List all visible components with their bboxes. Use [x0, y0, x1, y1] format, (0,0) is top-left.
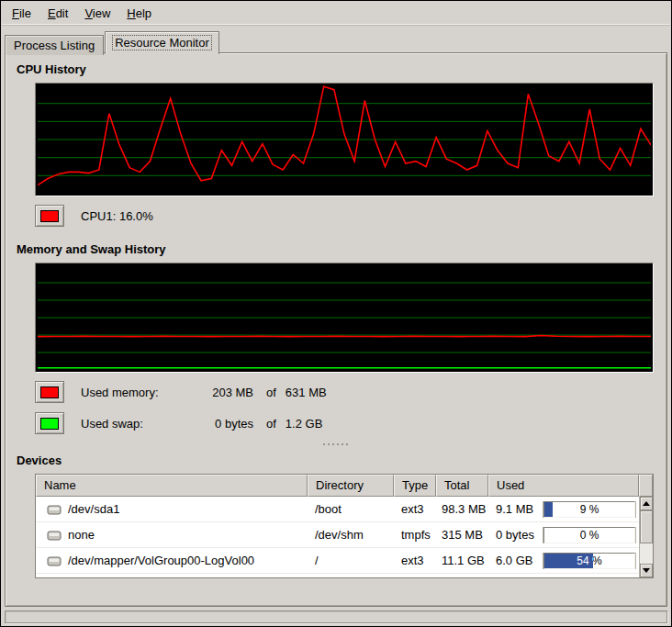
- devices-table: Name Directory Type Total Used /dev/sda1: [35, 474, 654, 578]
- memory-history-graph: [35, 263, 654, 373]
- column-header-total[interactable]: Total: [436, 475, 488, 497]
- memory-color-swatch: [40, 386, 59, 398]
- scrollbar-thumb[interactable]: [640, 510, 653, 543]
- device-total: 98.3 MB: [436, 502, 488, 516]
- drive-icon: [47, 555, 62, 566]
- memory-history-title: Memory and Swap History: [17, 242, 655, 261]
- swap-color-button[interactable]: [35, 412, 64, 434]
- scroll-up-button[interactable]: [640, 497, 653, 510]
- table-row[interactable]: /dev/mapper/VolGroup00-LogVol00 / ext3 1…: [36, 548, 639, 574]
- usage-percent-label: 0 %: [544, 528, 634, 543]
- cpu-legend: CPU1: 16.0%: [35, 204, 655, 228]
- device-directory: /: [308, 554, 394, 567]
- pane-resize-grip[interactable]: [322, 442, 350, 448]
- scrollbar-track[interactable]: [640, 510, 653, 564]
- column-header-used[interactable]: Used: [488, 475, 639, 497]
- tab-strip: Process Listing Resource Monitor: [2, 26, 670, 53]
- usage-progress-fill: 9 %: [544, 502, 553, 517]
- usage-progress-bar: 54 % 54 %: [543, 553, 635, 569]
- device-total: 315 MB: [436, 528, 488, 542]
- resource-monitor-panel: CPU History CPU1: 16.0% Memory and Swap …: [5, 52, 667, 607]
- device-used: 6.0 GB: [496, 554, 532, 567]
- scroll-down-button[interactable]: [640, 564, 653, 577]
- cpu1-color-button[interactable]: [35, 205, 64, 227]
- tab-resource-monitor[interactable]: Resource Monitor: [105, 31, 219, 54]
- swap-of-label: of: [266, 417, 276, 431]
- devices-table-header: Name Directory Type Total Used: [36, 475, 653, 497]
- usage-progress-bar: 9 % 9 %: [543, 501, 635, 518]
- device-name: none: [68, 528, 95, 542]
- tab-label: Resource Monitor: [113, 36, 211, 50]
- tab-label: Process Listing: [12, 39, 96, 52]
- device-type: tmpfs: [394, 528, 436, 542]
- app-window: File Edit View Help Process Listing Reso…: [0, 0, 672, 627]
- vertical-scrollbar[interactable]: [639, 497, 653, 577]
- status-bar: [5, 610, 667, 623]
- swap-color-swatch: [40, 418, 59, 430]
- device-directory: /dev/shm: [308, 528, 394, 542]
- memory-of-label: of: [266, 386, 276, 399]
- arrow-down-icon: [643, 568, 650, 573]
- menu-edit[interactable]: Edit: [39, 3, 76, 24]
- device-type: ext3: [394, 502, 436, 516]
- swap-legend-label: Used swap:: [81, 417, 195, 431]
- device-total: 11.1 GB: [436, 554, 488, 567]
- device-name: /dev/mapper/VolGroup00-LogVol00: [68, 554, 254, 567]
- device-used: 9.1 MB: [496, 502, 533, 516]
- menu-bar: File Edit View Help: [2, 2, 670, 26]
- memory-legend: Used memory: 203 MB of 631 MB: [35, 380, 655, 404]
- device-type: ext3: [394, 554, 436, 567]
- cpu-history-plot: [38, 85, 651, 194]
- column-header-name[interactable]: Name: [36, 475, 308, 497]
- devices-title: Devices: [17, 453, 655, 472]
- menu-help[interactable]: Help: [118, 3, 160, 24]
- usage-percent-label: 9 %: [544, 502, 634, 517]
- devices-table-body: /dev/sda1 /boot ext3 98.3 MB 9.1 MB 9 % …: [36, 497, 653, 577]
- memory-history-plot: [38, 265, 651, 370]
- cpu1-color-swatch: [40, 210, 59, 222]
- memory-used-value: 203 MB: [195, 386, 253, 399]
- cpu1-legend-label: CPU1: 16.0%: [81, 209, 153, 223]
- pane-divider: [17, 442, 655, 452]
- swap-total-value: 1.2 GB: [286, 417, 322, 431]
- cpu-history-title: CPU History: [17, 62, 655, 81]
- device-directory: /boot: [308, 502, 394, 516]
- swap-used-value: 0 bytes: [195, 417, 253, 431]
- cpu-history-graph: [35, 83, 654, 196]
- drive-icon: [47, 504, 62, 515]
- table-row[interactable]: none /dev/shm tmpfs 315 MB 0 bytes 0 % 0…: [36, 522, 639, 548]
- arrow-up-icon: [643, 501, 650, 506]
- memory-legend-label: Used memory:: [81, 386, 195, 399]
- usage-percent-label: 54 %: [544, 554, 593, 568]
- usage-progress-bar: 0 % 0 %: [543, 527, 635, 543]
- column-header-stub: [639, 475, 653, 497]
- usage-progress-fill: 54 %: [544, 554, 593, 568]
- column-header-directory[interactable]: Directory: [308, 475, 394, 497]
- table-row[interactable]: /dev/sda1 /boot ext3 98.3 MB 9.1 MB 9 % …: [36, 497, 639, 522]
- memory-total-value: 631 MB: [286, 386, 327, 399]
- device-used: 0 bytes: [496, 528, 534, 542]
- usage-percent-label: 9 %: [544, 502, 553, 517]
- column-header-type[interactable]: Type: [394, 475, 436, 497]
- menu-file[interactable]: File: [4, 3, 39, 24]
- swap-legend: Used swap: 0 bytes of 1.2 GB: [35, 411, 655, 435]
- device-name: /dev/sda1: [68, 502, 119, 516]
- memory-color-button[interactable]: [35, 381, 64, 403]
- drive-icon: [47, 530, 62, 541]
- menu-view[interactable]: View: [76, 3, 118, 24]
- tab-process-listing[interactable]: Process Listing: [5, 35, 104, 55]
